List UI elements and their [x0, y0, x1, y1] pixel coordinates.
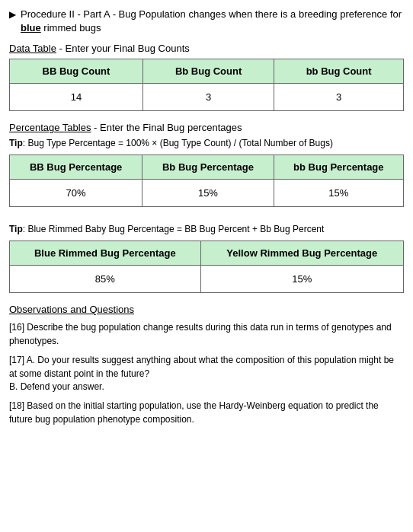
bb-percentage-value[interactable]: 15% — [274, 180, 403, 207]
BB-percentage-header: BB Bug Percentage — [10, 155, 142, 180]
Bb-bug-count-value[interactable]: 3 — [142, 84, 274, 111]
observation-16: [16] Describe the bug population change … — [9, 321, 404, 348]
observations-label: Observations and Questions — [9, 304, 404, 315]
data-table: BB Bug Count Bb Bug Count bb Bug Count 1… — [9, 59, 404, 111]
percentage-tables-underline: Percentage Tables — [9, 122, 91, 133]
tip2: Tip: Blue Rimmed Baby Bug Percentage = B… — [9, 224, 404, 234]
section-title: Procedure II - Part A - Bug Population c… — [21, 8, 404, 35]
data-table-label: Data Table - Enter your Final Bug Counts — [9, 43, 404, 54]
percentage-tables-label: Percentage Tables - Enter the Final Bug … — [9, 122, 404, 133]
collapse-triangle[interactable]: ▶ — [9, 9, 16, 20]
bb-percentage-header: bb Bug Percentage — [274, 155, 403, 180]
tip1-bold: Tip — [9, 138, 23, 148]
blue-rimmed-header: Blue Rimmed Bug Percentage — [10, 241, 201, 266]
observation-18: [18] Based on the initial starting popul… — [9, 400, 404, 426]
bb-bug-count-header-small: bb Bug Count — [274, 59, 404, 84]
section-header: ▶ Procedure II - Part A - Bug Population… — [9, 8, 404, 35]
yellow-rimmed-value[interactable]: 15% — [200, 266, 403, 293]
tip1: Tip: Bug Type Percentage = 100% × (Bug T… — [9, 138, 404, 148]
bb-bug-count-value[interactable]: 14 — [10, 84, 143, 111]
percentage-table: BB Bug Percentage Bb Bug Percentage bb B… — [9, 155, 404, 207]
blue-rimmed-value[interactable]: 85% — [10, 266, 201, 293]
Bb-bug-count-header: Bb Bug Count — [142, 59, 274, 84]
observation-17: [17] A. Do your results suggest anything… — [9, 354, 404, 393]
Bb-percentage-header: Bb Bug Percentage — [142, 155, 274, 180]
tip2-bold: Tip — [9, 224, 23, 234]
data-table-underline: Data Table — [9, 43, 56, 54]
rimmed-table: Blue Rimmed Bug Percentage Yellow Rimmed… — [9, 241, 404, 293]
yellow-rimmed-header: Yellow Rimmed Bug Percentage — [200, 241, 403, 266]
BB-percentage-value[interactable]: 70% — [10, 180, 142, 207]
bb-bug-count-header: BB Bug Count — [10, 59, 143, 84]
bb-bug-count-value-small[interactable]: 3 — [274, 84, 404, 111]
Bb-percentage-value[interactable]: 15% — [142, 180, 274, 207]
